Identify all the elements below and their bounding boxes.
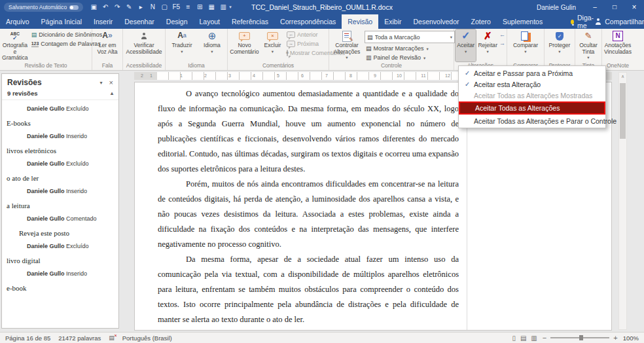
chevron-down-icon[interactable]: ▾ <box>100 80 103 86</box>
qat-customize-icon[interactable]: ▾ <box>229 5 232 10</box>
hide-ink-button[interactable]: ✎ Ocultar Tinta ▾ <box>577 29 600 62</box>
new-comment-button[interactable]: + Novo Comentário <box>229 29 260 62</box>
tab-desenvolvedor[interactable]: Desenvolvedor <box>407 14 465 29</box>
undo-icon[interactable]: ↶ <box>100 0 111 14</box>
next-change-button[interactable]: → <box>499 41 505 46</box>
tab-zotero[interactable]: Zotero <box>465 14 497 29</box>
accept-button[interactable]: ✓ Aceitar ▾ <box>456 29 476 62</box>
revision-entry[interactable]: Daniele Gullo Inseridoa leitura <box>2 188 118 209</box>
tell-me-button[interactable]: Diga-me <box>571 14 595 29</box>
collapse-icon[interactable]: ▴ <box>111 90 113 96</box>
show-comments-button[interactable]: ≡ Mostrar Comentários <box>285 49 327 57</box>
statusbar-right: ▯ ▤ ▥ − + 100% <box>512 334 639 342</box>
onenote-icon: N <box>613 31 623 41</box>
tab-pagina-inicial[interactable]: Página Inicial <box>35 14 88 29</box>
proof-x-glyph: × <box>115 333 117 338</box>
revision-entry[interactable]: Daniele Gullo Excluídolivro digital <box>2 243 118 264</box>
revisions-pane-header: Revisões ▾ × <box>2 74 118 88</box>
tab-desenhar[interactable]: Desenhar <box>118 14 160 29</box>
zoom-out-button[interactable]: − <box>543 334 546 342</box>
pointer-icon[interactable]: ▸ <box>135 0 146 14</box>
tab-revisao[interactable]: Revisão <box>342 14 378 29</box>
redo-icon[interactable]: ↷ <box>112 0 122 14</box>
save-icon[interactable]: ▣ <box>88 0 99 14</box>
group-onenote: N Anotações Vinculadas OneNote <box>602 29 634 70</box>
word-count-indicator[interactable]: 21472 palavras <box>58 334 101 342</box>
table-icon[interactable]: ⊞ <box>194 0 205 14</box>
maximize-button[interactable]: □ <box>605 0 624 14</box>
revision-action: Excluído <box>66 160 89 167</box>
f5-icon[interactable]: F5 <box>171 0 181 14</box>
spelling-grammar-button[interactable]: ABC✓ Ortografia e Gramática <box>1 29 29 62</box>
tab-correspondencias[interactable]: Correspondências <box>274 14 342 29</box>
reviewing-pane-button[interactable]: ▥ Painel de Revisão ▾ <box>365 54 452 62</box>
revision-entry[interactable]: Daniele Gullo Excluídoo ato de ler <box>2 160 118 182</box>
touch-icon[interactable]: ▢ <box>159 0 170 14</box>
revision-entry[interactable]: Daniele Gullo ExcluídoE-books <box>2 105 118 127</box>
zoom-level[interactable]: 100% <box>623 334 639 342</box>
chevron-down-icon: ▾ <box>487 49 489 54</box>
show-markup-button[interactable]: ▤ Mostrar Marcações ▾ <box>365 45 452 52</box>
chevron-down-icon: ▾ <box>181 49 183 54</box>
close-button[interactable]: × <box>624 0 644 14</box>
previous-comment-button[interactable]: ← Anterior <box>285 31 327 39</box>
accept-menu-item-aceitar-esta-alteracao[interactable]: ✓Aceitar esta Alteração <box>459 79 605 90</box>
read-aloud-button[interactable]: A» Ler em Voz Alta <box>94 29 121 62</box>
tab-inserir[interactable]: Inserir <box>88 14 118 29</box>
linked-notes-button[interactable]: N Anotações Vinculadas <box>603 29 632 62</box>
accept-menu-item-aceitar-todas-as-alteracoes-mostradas[interactable]: Aceitar Todas as Alterações Mostradas <box>459 90 605 101</box>
check-accessibility-button[interactable]: Verificar Acessibilidade <box>124 29 164 62</box>
ruler-number: 5 <box>277 73 279 79</box>
autosave-toggle[interactable]: Salvamento Automático <box>4 3 83 12</box>
previous-comment-icon: ← <box>287 31 295 38</box>
close-icon[interactable]: × <box>109 79 113 86</box>
read-mode-button[interactable]: ▯ <box>512 334 516 342</box>
reject-button[interactable]: ✗ Rejeitar ▾ <box>477 29 498 62</box>
language-indicator[interactable]: Português (Brasil) <box>122 334 172 342</box>
proofing-status-icon[interactable]: ▤× <box>109 334 115 341</box>
language-button[interactable]: ⊕ Idioma ▾ <box>198 29 226 62</box>
tab-referencias[interactable]: Referências <box>226 14 274 29</box>
tab-arquivo[interactable]: Arquivo <box>0 14 35 29</box>
accept-menu-item-aceitar-e-passar-para-a-proxima[interactable]: ✓Aceitar e Passar para a Próxima <box>459 67 605 79</box>
list-icon[interactable]: ≡ <box>183 0 193 14</box>
share-button[interactable]: Compartilhar <box>595 14 644 29</box>
user-name[interactable]: Daniele Gulin <box>537 4 576 11</box>
accept-menu-item-aceitar-todas-as-alteracoes-e-parar-o-controle[interactable]: Aceitar Todas as Alterações e Parar o Co… <box>459 115 605 126</box>
tab-design[interactable]: Design <box>160 14 194 29</box>
markup-display-select[interactable]: ▤ Toda a Marcação ▾ <box>365 31 455 43</box>
scroll-up-icon[interactable]: ∧ <box>619 73 626 81</box>
columns-icon[interactable]: ▥ <box>218 0 228 14</box>
onenote-icon[interactable]: N <box>147 0 158 14</box>
tab-exibir[interactable]: Exibir <box>378 14 407 29</box>
revision-entry[interactable]: Daniele Gullo Inseridolivros eletrônicos <box>2 133 118 154</box>
scrollbar-thumb[interactable] <box>620 83 626 139</box>
page-indicator[interactable]: Página 16 de 85 <box>5 334 50 342</box>
web-layout-button[interactable]: ▥ <box>531 334 537 342</box>
revision-entry[interactable]: Daniele Gullo ComentadoReveja este posto <box>2 215 118 237</box>
zoom-slider-thumb[interactable] <box>579 335 583 340</box>
revision-content: Reveja este posto <box>19 229 116 237</box>
print-layout-button[interactable]: ▤ <box>520 334 526 342</box>
vertical-scrollbar[interactable]: ∧ <box>618 72 627 330</box>
translate-button[interactable]: Aa Traduzir ▾ <box>167 29 197 62</box>
delete-comment-button[interactable]: × Excluir ▾ <box>261 29 284 62</box>
next-comment-button[interactable]: → Próxima <box>285 40 327 48</box>
tab-layout[interactable]: Layout <box>193 14 226 29</box>
revision-author: Daniele Gullo <box>27 160 65 167</box>
zoom-slider[interactable] <box>550 337 609 338</box>
draw-icon[interactable]: ✎ <box>124 0 134 14</box>
minimize-button[interactable]: – <box>585 0 605 14</box>
grid-icon[interactable]: ▦ <box>206 0 217 14</box>
zoom-in-button[interactable]: + <box>613 334 617 342</box>
accept-menu-item-aceitar-todas-as-alteracoes[interactable]: Aceitar Todas as Alterações <box>459 101 605 115</box>
track-changes-button[interactable]: ✎ Controlar Alterações ▾ <box>331 29 363 62</box>
word-count-icon: 123 <box>31 41 39 47</box>
revision-entry[interactable]: Daniele Gullo Inseridoe-book <box>2 270 118 292</box>
protect-button[interactable]: Proteger ▾ <box>546 29 573 62</box>
revisions-pane: Revisões ▾ × 9 revisões ▴ Daniele Gullo … <box>1 73 119 329</box>
compare-button[interactable]: Comparar ▾ <box>509 29 543 62</box>
ruler-number: 4 <box>253 73 255 79</box>
previous-change-button[interactable]: ← <box>499 32 505 38</box>
tab-suplementos[interactable]: Suplementos <box>497 14 548 29</box>
